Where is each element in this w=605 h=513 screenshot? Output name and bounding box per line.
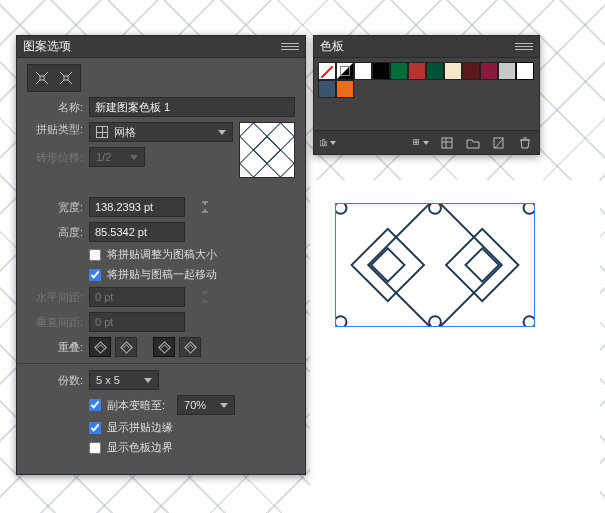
- copies-value: 5 x 5: [96, 374, 120, 386]
- overlap-right-button[interactable]: [115, 337, 137, 357]
- swatch-none[interactable]: [318, 62, 336, 80]
- svg-rect-22: [416, 139, 418, 141]
- show-swatch-bounds-checkbox[interactable]: 显示色板边界: [89, 440, 173, 455]
- svg-point-9: [429, 316, 441, 326]
- overlap-label: 重叠:: [27, 340, 83, 355]
- overlap-top-button[interactable]: [153, 337, 175, 357]
- svg-point-10: [524, 316, 534, 326]
- svg-rect-12: [64, 76, 68, 80]
- height-input[interactable]: [89, 222, 185, 242]
- swatches-footer: [314, 130, 539, 154]
- dim-value: 70%: [184, 399, 206, 411]
- svg-rect-16: [240, 150, 267, 177]
- size-expand-button[interactable]: [56, 69, 76, 87]
- brick-offset-select: 1/2: [89, 147, 145, 167]
- svg-rect-14: [240, 123, 267, 150]
- panel-title: 图案选项: [23, 38, 71, 55]
- swatch-grid: [314, 58, 539, 130]
- chevron-down-icon: [218, 130, 226, 135]
- hspacing-label: 水平间距:: [27, 290, 83, 305]
- chevron-down-icon: [130, 155, 138, 160]
- new-group-icon[interactable]: [465, 136, 481, 150]
- grid-icon: [96, 126, 108, 138]
- chevron-down-icon: [144, 378, 152, 383]
- panel-menu-icon[interactable]: [281, 40, 299, 54]
- svg-rect-15: [267, 123, 294, 150]
- swatch-color[interactable]: [372, 62, 390, 80]
- tiletype-label: 拼贴类型:: [27, 122, 83, 137]
- move-checkbox[interactable]: 将拼贴与图稿一起移动: [89, 267, 217, 282]
- dim-select[interactable]: 70%: [177, 395, 235, 415]
- swatch-color[interactable]: [444, 62, 462, 80]
- name-input[interactable]: [89, 97, 295, 117]
- swatch-color[interactable]: [462, 62, 480, 80]
- swatch-color[interactable]: [336, 80, 354, 98]
- svg-rect-18: [321, 140, 323, 145]
- svg-rect-21: [414, 139, 416, 141]
- dim-checkbox[interactable]: 副本变暗至:: [89, 398, 165, 413]
- svg-rect-23: [414, 142, 416, 144]
- fit-checkbox[interactable]: 将拼贴调整为图稿大小: [89, 247, 217, 262]
- tiletype-select[interactable]: 网格: [89, 122, 233, 142]
- size-to-art-button[interactable]: [32, 69, 52, 87]
- svg-rect-26: [494, 138, 503, 148]
- swatch-registration[interactable]: [336, 62, 354, 80]
- svg-rect-11: [40, 76, 44, 80]
- copies-select[interactable]: 5 x 5: [89, 370, 159, 390]
- svg-rect-1: [352, 229, 424, 301]
- svg-point-6: [429, 204, 441, 214]
- copies-label: 份数:: [27, 373, 83, 388]
- swatch-color[interactable]: [318, 80, 336, 98]
- link-spacing-icon: [197, 289, 213, 305]
- svg-rect-20: [325, 141, 327, 145]
- show-tile-edge-checkbox[interactable]: 显示拼贴边缘: [89, 420, 173, 435]
- svg-rect-17: [267, 150, 294, 177]
- overlap-left-button[interactable]: [89, 337, 111, 357]
- swatch-color[interactable]: [408, 62, 426, 80]
- brick-offset-value: 1/2: [96, 151, 111, 163]
- swatch-color[interactable]: [480, 62, 498, 80]
- pattern-art: [336, 204, 534, 326]
- pattern-bounding-box[interactable]: [335, 203, 535, 327]
- chevron-down-icon: [220, 403, 228, 408]
- height-label: 高度:: [27, 225, 83, 240]
- tiletype-value: 网格: [114, 125, 136, 140]
- svg-rect-0: [368, 204, 502, 326]
- panel-menu-icon[interactable]: [515, 40, 533, 54]
- swatch-color[interactable]: [426, 62, 444, 80]
- tile-size-buttons: [27, 64, 81, 92]
- panel-header[interactable]: 色板: [314, 36, 539, 58]
- swatch-options-icon[interactable]: [439, 136, 455, 150]
- delete-swatch-icon[interactable]: [517, 136, 533, 150]
- swatch-pattern[interactable]: [516, 62, 534, 80]
- swatch-color[interactable]: [354, 62, 372, 80]
- swatch-color[interactable]: [390, 62, 408, 80]
- svg-rect-24: [416, 142, 418, 144]
- svg-rect-25: [442, 138, 452, 148]
- svg-rect-3: [371, 248, 404, 281]
- svg-rect-13: [253, 136, 280, 163]
- swatches-panel: 色板: [313, 35, 540, 155]
- vspacing-input: [89, 312, 185, 332]
- panel-header[interactable]: 图案选项: [17, 36, 305, 58]
- show-kinds-icon[interactable]: [413, 136, 429, 150]
- svg-rect-2: [446, 229, 518, 301]
- overlap-bottom-button[interactable]: [179, 337, 201, 357]
- link-dimensions-icon[interactable]: [197, 199, 213, 215]
- svg-rect-4: [466, 248, 499, 281]
- svg-point-7: [524, 204, 534, 214]
- svg-point-8: [336, 316, 346, 326]
- pattern-options-panel: 图案选项 名称: 拼贴类型: 网格: [16, 35, 306, 475]
- panel-title: 色板: [320, 38, 344, 55]
- name-label: 名称:: [27, 100, 83, 115]
- pattern-preview: [239, 122, 295, 178]
- new-swatch-icon[interactable]: [491, 136, 507, 150]
- hspacing-input: [89, 287, 185, 307]
- swatch-libraries-icon[interactable]: [320, 136, 336, 150]
- swatch-color[interactable]: [498, 62, 516, 80]
- width-label: 宽度:: [27, 200, 83, 215]
- width-input[interactable]: [89, 197, 185, 217]
- svg-rect-19: [323, 139, 325, 145]
- svg-point-5: [336, 204, 346, 214]
- vspacing-label: 垂直间距:: [27, 315, 83, 330]
